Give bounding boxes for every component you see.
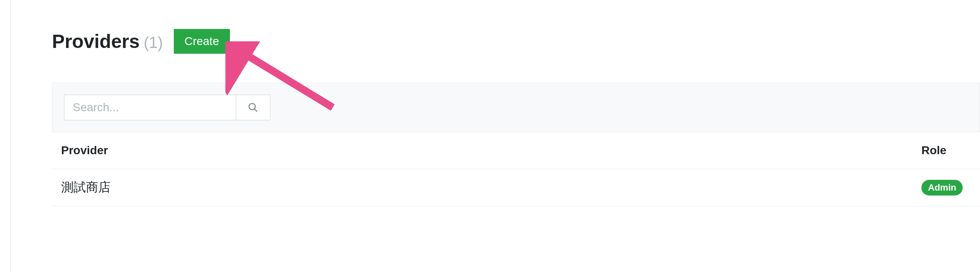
search-button[interactable]	[236, 95, 270, 120]
page-title: Providers (1)	[52, 30, 163, 52]
search-input[interactable]	[64, 95, 236, 120]
providers-table: Provider Role 測試商店 Admin	[52, 132, 980, 206]
search-group	[64, 95, 270, 120]
column-header-provider: Provider	[61, 144, 921, 157]
main-content: Providers (1) Create Provider Role	[11, 0, 980, 206]
column-header-role: Role	[921, 144, 971, 157]
search-panel	[52, 83, 980, 132]
role-badge: Admin	[921, 180, 963, 196]
table-row[interactable]: 測試商店 Admin	[52, 169, 980, 206]
create-button[interactable]: Create	[174, 29, 230, 54]
provider-cell: 測試商店	[61, 179, 921, 196]
role-cell: Admin	[921, 179, 971, 196]
search-icon	[248, 102, 258, 113]
page-title-text: Providers	[52, 30, 140, 52]
svg-line-3	[254, 109, 257, 112]
table-header: Provider Role	[52, 132, 980, 169]
sidebar-edge	[0, 0, 11, 272]
page-count: (1)	[144, 34, 163, 52]
svg-point-2	[249, 103, 255, 110]
page-header: Providers (1) Create	[52, 29, 980, 54]
